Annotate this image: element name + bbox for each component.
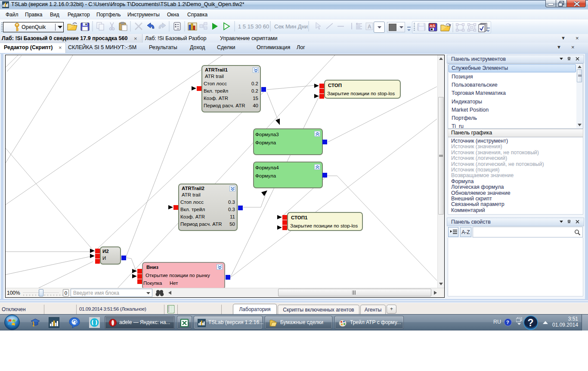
- svg-text:?: ?: [506, 320, 509, 325]
- svg-text:AS: AS: [430, 24, 435, 28]
- svg-text:A: A: [368, 24, 371, 30]
- svg-text:?: ?: [528, 317, 534, 328]
- svg-text:Сек Мин Дни: Сек Мин Дни: [274, 23, 308, 30]
- svg-text:1 5 15 30 60: 1 5 15 30 60: [238, 23, 269, 30]
